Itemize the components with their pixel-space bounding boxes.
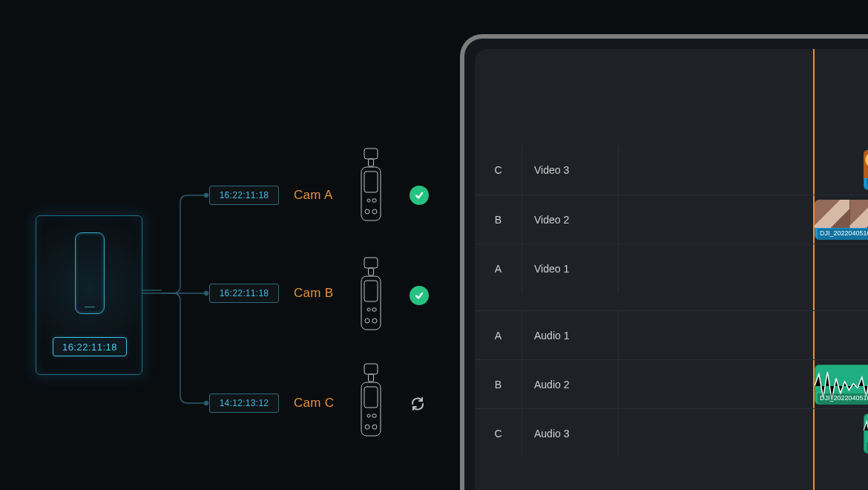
cam-timecode: 16:22:11:18 — [209, 186, 279, 205]
row-channel: B — [475, 360, 522, 408]
controller-timecode: 16:22:11:18 — [53, 337, 127, 356]
row-channel: C — [475, 146, 522, 195]
track-area[interactable]: DJI_20220405162328_0043_D — [619, 195, 868, 244]
row-name: Audio 2 — [522, 360, 619, 408]
svg-point-18 — [372, 318, 377, 323]
video-clip[interactable]: DJI_20220405162328_0043_D — [815, 200, 868, 240]
waveform-icon — [864, 416, 868, 444]
svg-point-7 — [367, 199, 370, 202]
svg-point-17 — [365, 318, 369, 323]
timeline-row[interactable]: A Video 1 DJI_20220405163421_0013_D — [475, 244, 868, 293]
timeline-row[interactable]: C Audio 3 DJI_20220405163508_0028_D — [475, 408, 868, 457]
cam-label: Cam C — [294, 396, 334, 411]
timeline[interactable]: C Video 3 DJI_20220405163508_0028_D B Vi… — [475, 146, 868, 457]
editor-screen: C Video 3 DJI_20220405163508_0028_D B Vi… — [475, 49, 868, 490]
status-ok-icon — [410, 186, 429, 205]
timeline-gap — [475, 293, 868, 310]
sync-diagram: 16:22:11:18 16:22:11:18 Cam A 16:22:11:1… — [36, 145, 436, 412]
svg-rect-12 — [369, 268, 374, 275]
row-name: Audio 1 — [522, 311, 619, 359]
svg-rect-24 — [372, 414, 376, 417]
status-ok-icon — [410, 286, 429, 305]
svg-rect-14 — [364, 281, 378, 301]
timeline-row[interactable]: C Video 3 DJI_20220405163508_0028_D — [475, 146, 868, 195]
phone-icon — [75, 232, 105, 314]
svg-rect-22 — [364, 387, 378, 408]
svg-rect-20 — [369, 374, 374, 382]
row-channel: A — [475, 244, 522, 293]
clip-filename: DJI_20220405162328_0043_D — [818, 229, 868, 239]
controller-box: 16:22:11:18 — [36, 215, 142, 375]
cam-label: Cam B — [294, 286, 333, 301]
svg-rect-6 — [364, 172, 378, 192]
cam-timecode: 14:12:13:12 — [209, 393, 279, 413]
svg-rect-11 — [364, 258, 378, 268]
clip-filename: DJI_20220405162328_0043_D — [818, 393, 868, 404]
svg-point-25 — [365, 425, 369, 429]
row-channel: C — [475, 409, 522, 457]
laptop-frame: C Video 3 DJI_20220405163508_0028_D B Vi… — [460, 34, 868, 490]
row-name: Video 1 — [522, 244, 619, 293]
svg-point-26 — [372, 425, 377, 429]
status-sync-icon — [408, 394, 427, 414]
svg-rect-8 — [372, 199, 376, 202]
timeline-row[interactable]: A Audio 1 DJI_20220405163421_0013_D — [475, 310, 868, 359]
svg-point-23 — [367, 414, 370, 417]
row-name: Video 3 — [522, 146, 619, 195]
timeline-row[interactable]: B Audio 2 DJI_20220405162328_0043_D — [475, 359, 868, 408]
track-area[interactable]: DJI_20220405163421_0013_D — [619, 311, 868, 359]
svg-point-1 — [205, 292, 208, 295]
track-area[interactable]: DJI_20220405163508_0028_D — [619, 409, 868, 457]
gimbal-camera-icon — [356, 145, 386, 226]
gimbal-camera-icon — [356, 254, 386, 336]
svg-point-2 — [205, 402, 208, 405]
video-clip[interactable]: DJI_20220405163508_0028_D — [864, 150, 868, 190]
timeline-row[interactable]: B Video 2 DJI_20220405162328_0043_D — [475, 195, 868, 244]
svg-point-9 — [365, 209, 369, 214]
row-channel: A — [475, 311, 522, 359]
row-channel: B — [475, 195, 522, 244]
track-area[interactable]: DJI_20220405163508_0028_D — [619, 146, 868, 195]
audio-clip[interactable]: DJI_20220405162328_0043_D — [815, 365, 868, 405]
svg-rect-19 — [364, 364, 378, 374]
track-area[interactable]: DJI_20220405163421_0013_D — [619, 244, 868, 293]
audio-clip[interactable]: DJI_20220405163508_0028_D — [864, 414, 868, 454]
cam-label: Cam A — [294, 188, 333, 203]
svg-point-15 — [367, 308, 370, 311]
svg-point-0 — [205, 194, 208, 197]
svg-rect-4 — [369, 159, 374, 166]
track-area[interactable]: DJI_20220405162328_0043_D — [619, 360, 868, 408]
svg-rect-3 — [364, 148, 378, 159]
svg-rect-16 — [372, 308, 376, 311]
cam-timecode: 16:22:11:18 — [209, 284, 279, 303]
svg-point-10 — [372, 209, 377, 214]
row-name: Video 2 — [522, 195, 619, 244]
gimbal-camera-icon — [356, 360, 386, 442]
row-name: Audio 3 — [522, 409, 619, 457]
